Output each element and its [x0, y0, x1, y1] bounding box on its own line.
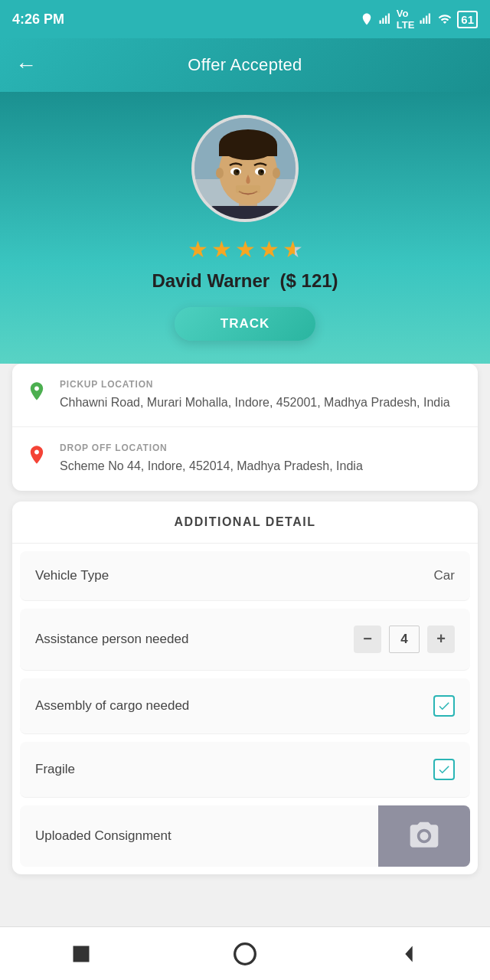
content-area: PICKUP LOCATION Chhawni Road, Murari Moh… [0, 364, 490, 962]
svg-rect-2 [385, 16, 387, 24]
signal-icon2 [419, 12, 433, 26]
nav-back-button[interactable] [398, 943, 420, 965]
header-title: Offer Accepted [188, 55, 302, 75]
svg-rect-24 [74, 946, 90, 962]
assembly-checkbox[interactable] [433, 695, 455, 717]
status-time: 4:26 PM [12, 11, 64, 28]
assistance-decrement-button[interactable]: − [354, 626, 381, 653]
fragile-row: Fragile [20, 742, 470, 798]
upload-camera-button[interactable] [378, 805, 470, 867]
pickup-row: PICKUP LOCATION Chhawni Road, Murari Moh… [12, 364, 478, 426]
back-icon [398, 943, 420, 965]
svg-rect-23 [236, 185, 260, 193]
bottom-nav [0, 926, 490, 980]
dropoff-icon [26, 444, 47, 466]
svg-rect-3 [387, 14, 389, 24]
star-2: ★ [211, 236, 232, 263]
signal-icon [378, 12, 392, 26]
location-card: PICKUP LOCATION Chhawni Road, Murari Moh… [12, 364, 478, 491]
assistance-row: Assistance person needed − 4 + [20, 609, 470, 671]
assembly-row: Assembly of cargo needed [20, 678, 470, 734]
assistance-increment-button[interactable]: + [427, 626, 455, 653]
pickup-label: PICKUP LOCATION [60, 379, 450, 390]
svg-point-22 [261, 171, 263, 173]
hero-section: ★ ★ ★ ★ ★ David Warner ($ 121) TRACK [0, 92, 490, 379]
svg-marker-26 [405, 946, 412, 962]
fragile-label: Fragile [35, 762, 433, 777]
wifi-icon [437, 12, 452, 26]
svg-rect-1 [382, 18, 384, 24]
vehicle-type-value: Car [434, 568, 455, 583]
status-bar: 4:26 PM VoLTE 61 [0, 0, 490, 38]
vehicle-type-row: Vehicle Type Car [20, 551, 470, 601]
assistance-value: 4 [389, 626, 420, 653]
battery-icon: 61 [457, 11, 478, 28]
nav-square-button[interactable] [70, 943, 92, 965]
pickup-address: Chhawni Road, Murari Mohalla, Indore, 45… [60, 394, 450, 411]
battery-level: 61 [461, 13, 474, 26]
svg-rect-5 [423, 18, 425, 24]
header: ← Offer Accepted [0, 38, 490, 92]
upload-consignment-label: Uploaded Consignment [20, 812, 378, 861]
assistance-label: Assistance person needed [35, 632, 354, 647]
svg-rect-6 [426, 16, 427, 24]
svg-rect-14 [219, 145, 277, 156]
svg-point-16 [273, 168, 280, 178]
dropoff-address: Scheme No 44, Indore, 452014, Madhya Pra… [60, 458, 363, 475]
svg-point-21 [237, 171, 239, 173]
additional-detail-header: ADDITIONAL DETAIL [12, 501, 478, 544]
camera-icon [407, 819, 441, 853]
circle-icon [233, 942, 257, 966]
avatar-image [194, 118, 299, 222]
status-icons: VoLTE 61 [360, 8, 478, 31]
dropoff-row: DROP OFF LOCATION Scheme No 44, Indore, … [12, 426, 478, 490]
rating-stars: ★ ★ ★ ★ ★ [188, 236, 303, 263]
location-icon [360, 12, 374, 26]
star-1: ★ [188, 236, 208, 263]
vehicle-type-label: Vehicle Type [35, 568, 434, 583]
nav-home-button[interactable] [233, 942, 257, 966]
assistance-stepper: − 4 + [354, 626, 455, 653]
additional-detail-card: ADDITIONAL DETAIL Vehicle Type Car Assis… [12, 501, 478, 874]
square-icon [70, 943, 92, 965]
star-4: ★ [259, 236, 279, 263]
star-5: ★ [283, 236, 303, 263]
svg-rect-0 [379, 21, 381, 24]
upload-consignment-row: Uploaded Consignment [20, 805, 470, 867]
fragile-checkbox[interactable] [433, 759, 455, 780]
driver-name: David Warner ($ 121) [152, 270, 338, 292]
star-3: ★ [235, 236, 256, 263]
svg-rect-4 [420, 21, 422, 24]
dropoff-label: DROP OFF LOCATION [60, 443, 363, 453]
svg-point-15 [216, 168, 224, 178]
svg-rect-7 [429, 14, 430, 24]
assembly-label: Assembly of cargo needed [35, 698, 433, 714]
lte-label: VoLTE [397, 8, 415, 31]
track-button[interactable]: TRACK [175, 307, 316, 341]
svg-rect-11 [210, 206, 286, 222]
back-button[interactable]: ← [15, 53, 37, 77]
svg-point-25 [235, 943, 256, 964]
avatar [191, 115, 299, 222]
pickup-icon [26, 381, 47, 402]
